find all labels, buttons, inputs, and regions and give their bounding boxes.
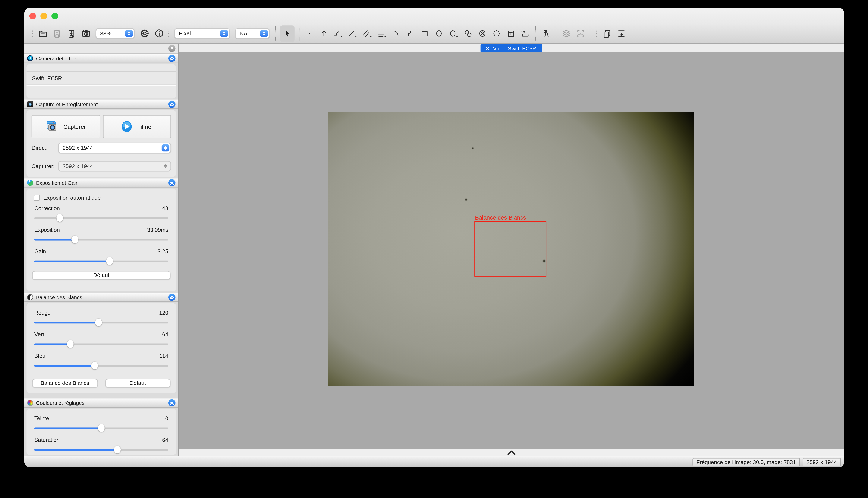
measure-calipers-button[interactable]	[540, 26, 551, 41]
gain-slider[interactable]	[34, 257, 168, 265]
toolbar-separator	[556, 26, 557, 41]
collapse-panel-button[interactable]	[168, 179, 176, 186]
zoom-stepper[interactable]	[125, 30, 133, 37]
na-select[interactable]: NA	[235, 28, 270, 39]
snap-resolution-select[interactable]: 2592 x 1944	[58, 161, 171, 171]
camera-list-item[interactable]: Swift_EC5R	[26, 71, 176, 85]
slider-knob[interactable]	[67, 340, 74, 348]
tab-video[interactable]: ✕ Vidéo[Swift_EC5R]	[480, 44, 543, 52]
auto-exposure-checkbox[interactable]	[34, 195, 40, 201]
live-resolution-stepper[interactable]	[162, 144, 169, 152]
app-window: 33% Pixel NA	[24, 8, 844, 467]
tab-title: Vidéo[Swift_EC5R]	[493, 45, 538, 51]
toolbar-separator	[590, 26, 591, 41]
panel-header-exposure[interactable]: Exposition et Gain	[24, 178, 178, 187]
white-balance-button[interactable]: Balance des Blancs	[32, 379, 98, 388]
live-video-view[interactable]: Balance des Blancs	[328, 112, 693, 386]
settings-gear-button[interactable]	[139, 26, 150, 41]
layers-button[interactable]	[561, 26, 572, 41]
angle-tool-button[interactable]	[333, 26, 344, 41]
video-canvas[interactable]: Balance des Blancs	[179, 52, 844, 449]
toolbar-separator	[299, 26, 299, 41]
arc-tool-button[interactable]	[390, 26, 401, 41]
zoom-level-select[interactable]: 33%	[96, 28, 135, 39]
line-tool-button[interactable]	[347, 26, 358, 41]
curve-tool-button[interactable]	[405, 26, 416, 41]
annulus-tool-button[interactable]	[477, 26, 488, 41]
live-resolution-select[interactable]: 2592 x 1944	[58, 143, 171, 153]
bottom-expand-strip	[179, 449, 844, 456]
minimize-window-button[interactable]	[40, 12, 47, 19]
white-balance-roi-rect[interactable]: Balance des Blancs	[474, 221, 546, 276]
text-tool-button[interactable]	[505, 26, 516, 41]
capture-button[interactable]: Capturer	[31, 115, 100, 138]
collapse-panel-button[interactable]	[168, 293, 176, 301]
pointer-tool-button[interactable]	[280, 25, 294, 42]
slider-knob[interactable]	[56, 214, 63, 222]
hue-slider[interactable]	[34, 423, 168, 432]
sidebar-collapse-button[interactable]: «	[168, 45, 176, 52]
red-slider[interactable]	[34, 318, 168, 327]
unit-select[interactable]: Pixel	[174, 28, 230, 39]
exposure-default-button[interactable]: Défaut	[32, 271, 170, 280]
white-balance-roi-label: Balance des Blancs	[475, 214, 526, 221]
panel-header-colors[interactable]: Couleurs et réglages	[24, 398, 178, 407]
record-play-icon	[120, 120, 133, 133]
blue-slider[interactable]	[34, 361, 168, 370]
slider-label: Exposition	[34, 227, 60, 233]
collapse-panel-button[interactable]	[168, 101, 176, 108]
correction-slider[interactable]	[34, 213, 168, 222]
close-window-button[interactable]	[29, 12, 36, 19]
save-button[interactable]	[51, 26, 63, 41]
perpendicular-tool-button[interactable]	[376, 26, 387, 41]
rectangle-tool-button[interactable]	[419, 26, 430, 41]
collapse-panel-button[interactable]	[168, 399, 176, 406]
close-tab-icon[interactable]: ✕	[485, 45, 490, 51]
ellipse-tool-button[interactable]	[433, 26, 445, 41]
saturation-slider[interactable]	[34, 445, 168, 454]
slider-knob[interactable]	[91, 362, 98, 369]
polygon-tool-button[interactable]	[491, 26, 502, 41]
panel-header-capture[interactable]: Capture et Enregistrement	[24, 100, 178, 109]
timed-capture-button[interactable]	[80, 26, 91, 41]
panel-header-white-balance[interactable]: Balance des Blancs	[24, 292, 178, 302]
collapse-panel-button[interactable]	[168, 55, 176, 62]
point-tool-button[interactable]	[304, 26, 315, 41]
slider-knob[interactable]	[71, 236, 78, 243]
expand-chevron-icon[interactable]	[507, 450, 516, 455]
panel-body-exposure: Exposition automatique Correction 48	[26, 188, 176, 291]
panel-header-camera[interactable]: Caméra détectée	[24, 54, 178, 63]
circle-tool-button[interactable]	[448, 26, 459, 41]
exposure-slider[interactable]	[34, 235, 168, 244]
slider-label: Rouge	[34, 310, 51, 316]
slider-knob[interactable]	[106, 257, 113, 265]
save-burst-button[interactable]	[66, 26, 77, 41]
export-image-button[interactable]	[615, 26, 627, 41]
slider-knob[interactable]	[95, 318, 102, 326]
info-button[interactable]	[153, 26, 164, 41]
slider-knob[interactable]	[114, 446, 121, 454]
unit-stepper[interactable]	[220, 30, 228, 37]
slider-knob[interactable]	[98, 424, 105, 432]
linked-circles-tool-button[interactable]	[462, 26, 473, 41]
panel-title: Couleurs et réglages	[36, 400, 165, 406]
green-slider[interactable]	[34, 340, 168, 348]
color-wheel-icon	[27, 400, 33, 406]
panel-title: Capture et Enregistrement	[36, 101, 165, 107]
record-button[interactable]: Filmer	[103, 115, 171, 138]
na-stepper[interactable]	[260, 30, 268, 37]
snapshot-icon	[46, 120, 59, 133]
slider-value: 120	[159, 310, 168, 316]
live-resolution-label: Direct:	[31, 145, 58, 151]
export-csv-button[interactable]: CSV	[575, 26, 586, 41]
arrow-tool-button[interactable]	[318, 26, 329, 41]
open-folder-button[interactable]	[37, 26, 48, 41]
scale-bar-tool-button[interactable]: 10um	[520, 26, 531, 41]
white-balance-default-button[interactable]: Défaut	[105, 379, 170, 388]
copy-button[interactable]	[601, 26, 612, 41]
fullscreen-window-button[interactable]	[51, 12, 58, 19]
parallel-lines-tool-button[interactable]	[361, 26, 372, 41]
content: « Caméra détectée Swift_EC5R Capture et	[24, 44, 844, 456]
slider-label: Vert	[34, 331, 44, 337]
resolution-status: 2592 x 1944	[803, 458, 841, 466]
